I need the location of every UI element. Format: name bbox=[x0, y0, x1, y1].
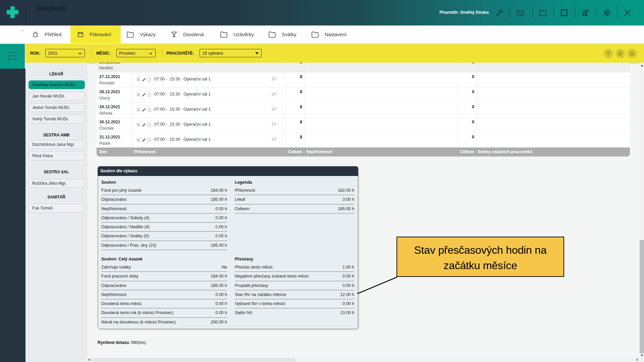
svg-text:N: N bbox=[519, 12, 522, 15]
